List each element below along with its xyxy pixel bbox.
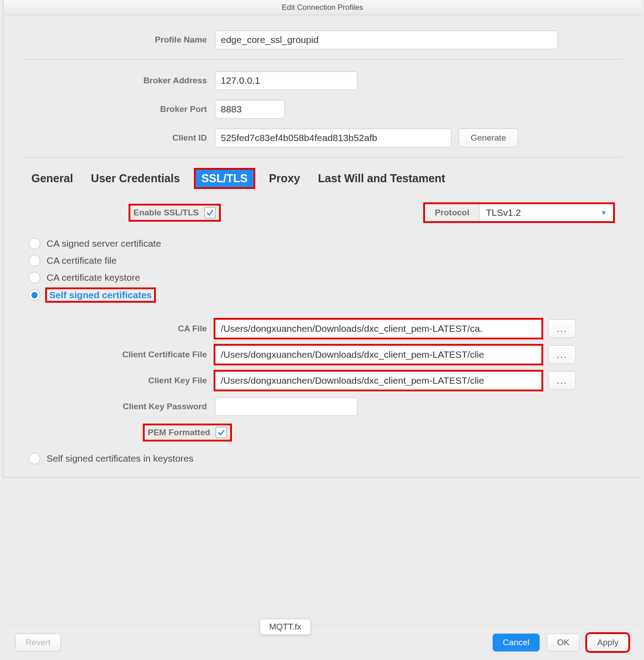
- radio-ca-keystore-label: CA certificate keystore: [47, 272, 140, 283]
- ok-button[interactable]: OK: [547, 634, 580, 651]
- profile-name-input[interactable]: [215, 30, 558, 49]
- tab-general[interactable]: General: [29, 170, 76, 187]
- generate-button[interactable]: Generate: [459, 129, 518, 147]
- radio-self-signed[interactable]: [29, 289, 40, 301]
- client-id-input[interactable]: [215, 129, 451, 147]
- divider-1: [22, 59, 623, 60]
- ca-file-input[interactable]: /Users/dongxuanchen/Downloads/dxc_client…: [215, 319, 542, 338]
- client-cert-browse-button[interactable]: ...: [548, 345, 576, 364]
- radio-self-signed-label: Self signed certificates: [47, 289, 155, 301]
- check-icon: [206, 208, 215, 217]
- radio-ca-signed-label: CA signed server certificate: [47, 238, 161, 249]
- broker-port-input[interactable]: [215, 100, 285, 119]
- radio-self-signed-keystore[interactable]: [29, 453, 40, 464]
- client-cert-label: Client Certificate File: [22, 350, 215, 360]
- broker-port-label: Broker Port: [22, 104, 215, 114]
- radio-dot-icon: [31, 292, 38, 298]
- client-key-browse-button[interactable]: ...: [548, 371, 576, 390]
- client-cert-input[interactable]: /Users/dongxuanchen/Downloads/dxc_client…: [215, 345, 542, 364]
- client-id-label: Client ID: [22, 133, 215, 143]
- cancel-button[interactable]: Cancel: [493, 634, 540, 651]
- radio-ca-file-label: CA certificate file: [47, 255, 116, 266]
- broker-address-input[interactable]: [215, 71, 357, 90]
- pem-formatted-label: PEM Formatted: [148, 428, 210, 437]
- divider-2: [22, 157, 623, 158]
- chevron-down-icon: ▼: [601, 209, 607, 216]
- enable-ssl-checkbox[interactable]: [204, 207, 216, 219]
- protocol-select[interactable]: TLSv1.2 ▼: [479, 204, 614, 222]
- ca-file-label: CA File: [22, 324, 215, 334]
- profile-name-label: Profile Name: [22, 35, 215, 45]
- protocol-label: Protocol: [425, 204, 479, 222]
- apply-button[interactable]: Apply: [587, 634, 629, 651]
- radio-ca-file[interactable]: [29, 255, 40, 266]
- tab-bar: General User Credentials SSL/TLS Proxy L…: [29, 169, 623, 188]
- app-tooltip: MQTT.fx: [260, 619, 311, 635]
- tab-user-credentials[interactable]: User Credentials: [88, 170, 183, 187]
- tab-ssl-tls[interactable]: SSL/TLS: [195, 169, 254, 188]
- radio-self-signed-keystore-label: Self signed certificates in keystores: [47, 453, 193, 464]
- ca-file-browse-button[interactable]: ...: [548, 319, 576, 338]
- tab-last-will[interactable]: Last Will and Testament: [315, 170, 448, 187]
- broker-address-label: Broker Address: [22, 76, 215, 86]
- client-key-pw-label: Client Key Password: [22, 402, 215, 411]
- radio-ca-keystore[interactable]: [29, 272, 40, 283]
- check-icon: [217, 428, 226, 437]
- revert-button[interactable]: Revert: [15, 634, 61, 651]
- pem-formatted-checkbox[interactable]: [215, 427, 227, 438]
- client-key-pw-input[interactable]: [215, 397, 357, 416]
- protocol-value: TLSv1.2: [486, 207, 521, 218]
- window-title: Edit Connection Profiles: [4, 0, 641, 15]
- client-key-label: Client Key File: [22, 376, 215, 386]
- client-key-input[interactable]: /Users/dongxuanchen/Downloads/dxc_client…: [215, 371, 542, 390]
- enable-ssl-label: Enable SSL/TLS: [133, 208, 199, 218]
- radio-ca-signed[interactable]: [29, 238, 40, 249]
- tab-proxy[interactable]: Proxy: [266, 170, 303, 187]
